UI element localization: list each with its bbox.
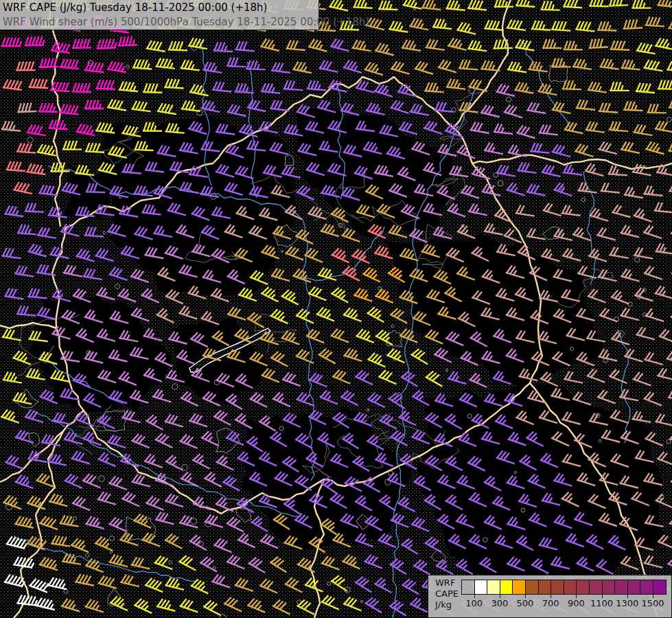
legend-cell	[487, 580, 500, 595]
legend-cell	[538, 580, 552, 595]
cape-legend: WRF CAPE J/kg 10030050070090011001300150…	[428, 575, 672, 618]
legend-cell	[500, 580, 513, 595]
legend-cell	[564, 580, 577, 595]
legend-cell	[525, 580, 539, 595]
legend-cell	[461, 580, 475, 595]
legend-label-unit: J/kg	[435, 599, 459, 610]
legend-cell	[627, 580, 641, 595]
legend-label-model: WRF	[435, 577, 459, 588]
legend-cell	[653, 580, 667, 595]
title-line-cape: WRF CAPE (J/kg) Tuesday 18-11-2025 00:00…	[3, 1, 318, 15]
legend-cell	[576, 580, 590, 595]
legend-cell	[614, 580, 628, 595]
legend-cell	[589, 580, 603, 595]
wrf-weather-map-view: WRF CAPE (J/kg) Tuesday 18-11-2025 00:00…	[0, 0, 672, 618]
weather-map-canvas	[0, 0, 672, 618]
legend-cell	[640, 580, 653, 595]
title-line-wind-shear: WRF Wind shear (m/s) 500/1000hPa Tuesday…	[3, 15, 318, 30]
legend-cell	[474, 580, 488, 595]
title-overlay: WRF CAPE (J/kg) Tuesday 18-11-2025 00:00…	[0, 0, 319, 30]
legend-label: WRF CAPE J/kg	[435, 577, 459, 610]
legend-cell	[602, 580, 616, 595]
legend-tick-label: 1500	[638, 598, 668, 608]
legend-cell	[512, 580, 526, 595]
legend-cell	[551, 580, 564, 595]
legend-label-parameter: CAPE	[435, 588, 459, 599]
